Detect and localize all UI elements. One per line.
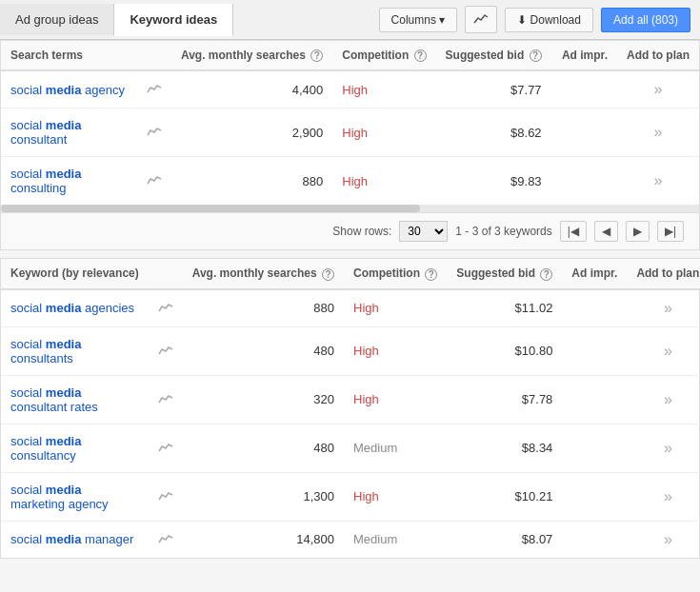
search-terms-searches-header: Avg. monthly searches ? bbox=[171, 41, 332, 70]
ki-competition-value: High bbox=[353, 301, 379, 315]
chart-button[interactable] bbox=[465, 6, 497, 33]
ki-searches-cell: 1,300 bbox=[183, 472, 344, 521]
trend-icon bbox=[158, 301, 173, 313]
ki-addplan-cell: » bbox=[627, 375, 700, 424]
ki-searches-help-icon[interactable]: ? bbox=[322, 268, 334, 281]
keyword-ideas-section: Keyword (by relevance) Avg. monthly sear… bbox=[0, 258, 700, 558]
ki-competition-value: Medium bbox=[353, 441, 397, 455]
st-competition-value: High bbox=[342, 126, 368, 140]
st-add-icon[interactable]: » bbox=[654, 81, 663, 97]
st-add-icon[interactable]: » bbox=[654, 172, 663, 188]
tab-ad-group-ideas[interactable]: Ad group ideas bbox=[0, 4, 114, 35]
ki-searches-cell: 880 bbox=[183, 289, 344, 327]
keyword-ideas-row: social media consultancy 480 Medium $8.3… bbox=[1, 424, 700, 472]
ki-add-icon[interactable]: » bbox=[664, 343, 672, 359]
st-keyword-link[interactable]: social media agency bbox=[10, 83, 125, 97]
show-rows-label: Show rows: bbox=[332, 225, 391, 238]
ki-add-icon[interactable]: » bbox=[664, 440, 672, 456]
trend-icon bbox=[158, 441, 173, 453]
st-adimpr-cell bbox=[551, 70, 617, 109]
ki-adimpr-cell bbox=[562, 521, 627, 558]
search-terms-bid-header: Suggested bid ? bbox=[436, 41, 551, 70]
trend-icon bbox=[158, 532, 173, 544]
keyword-ideas-row: social media consultant rates 320 High $… bbox=[1, 375, 700, 424]
ki-keyword-link[interactable]: social media agencies bbox=[10, 301, 134, 315]
search-terms-row: social media consultant 2,900 High $8.62… bbox=[1, 109, 699, 157]
competition-help-icon[interactable]: ? bbox=[414, 49, 427, 62]
keyword-ideas-addplan-header: Add to plan bbox=[627, 259, 700, 288]
ki-keyword-link[interactable]: social media consultant rates bbox=[10, 385, 98, 414]
st-addplan-cell: » bbox=[617, 109, 699, 157]
ki-competition-value: High bbox=[353, 392, 379, 406]
ki-bid-cell: $8.07 bbox=[447, 521, 562, 558]
scrollbar[interactable] bbox=[1, 205, 699, 212]
ki-competition-cell: Medium bbox=[344, 521, 447, 558]
toolbar: Columns ▾ ⬇ Download Add all (803) bbox=[370, 0, 700, 39]
ki-keyword-cell: social media agencies bbox=[1, 289, 149, 327]
ki-keyword-link[interactable]: social media consultants bbox=[10, 337, 81, 365]
keyword-ideas-table: Keyword (by relevance) Avg. monthly sear… bbox=[1, 259, 700, 557]
ki-chart-cell bbox=[149, 375, 183, 424]
ki-competition-cell: High bbox=[344, 375, 447, 424]
ki-add-icon[interactable]: » bbox=[664, 391, 672, 407]
search-terms-header-row: Search terms Avg. monthly searches ? Com… bbox=[1, 41, 699, 70]
ki-searches-cell: 480 bbox=[183, 326, 344, 375]
ki-keyword-cell: social media manager bbox=[1, 521, 149, 558]
ki-bid-cell: $7.78 bbox=[447, 375, 562, 424]
pagination-next[interactable]: ▶ bbox=[626, 221, 650, 242]
st-keyword-cell: social media consulting bbox=[1, 157, 137, 206]
pagination-first[interactable]: |◀ bbox=[560, 221, 587, 242]
searches-help-icon[interactable]: ? bbox=[310, 49, 323, 62]
keyword-ideas-body: social media agencies 880 High $11.02 » … bbox=[1, 289, 700, 558]
ki-competition-cell: Medium bbox=[344, 424, 447, 472]
st-competition-cell: High bbox=[332, 70, 435, 109]
st-add-icon[interactable]: » bbox=[654, 124, 663, 140]
st-keyword-cell: social media agency bbox=[1, 70, 137, 109]
ki-add-icon[interactable]: » bbox=[664, 488, 672, 504]
ki-add-icon[interactable]: » bbox=[664, 531, 672, 547]
ki-searches-cell: 480 bbox=[183, 424, 344, 472]
pagination-last[interactable]: ▶| bbox=[657, 221, 684, 242]
rows-per-page-select[interactable]: 30 50 100 bbox=[399, 221, 448, 242]
tab-keyword-ideas[interactable]: Keyword ideas bbox=[114, 4, 233, 36]
st-searches-cell: 2,900 bbox=[171, 109, 332, 157]
ki-keyword-link[interactable]: social media marketing agency bbox=[10, 483, 109, 511]
keyword-ideas-row: social media manager 14,800 Medium $8.07… bbox=[1, 521, 700, 558]
ki-bid-help-icon[interactable]: ? bbox=[540, 268, 552, 281]
search-terms-adimpr-header: Ad impr. bbox=[551, 41, 617, 70]
trend-icon bbox=[147, 82, 162, 94]
ki-keyword-link[interactable]: social media consultancy bbox=[10, 434, 81, 463]
st-competition-value: High bbox=[342, 174, 368, 188]
st-keyword-cell: social media consultant bbox=[1, 109, 137, 157]
ki-add-icon[interactable]: » bbox=[664, 300, 672, 316]
ki-competition-value: High bbox=[353, 489, 379, 503]
ki-adimpr-cell bbox=[562, 424, 627, 472]
st-searches-cell: 4,400 bbox=[171, 70, 332, 109]
st-keyword-link[interactable]: social media consultant bbox=[10, 118, 81, 147]
add-all-button[interactable]: Add all (803) bbox=[601, 8, 690, 32]
ki-competition-help-icon[interactable]: ? bbox=[425, 268, 437, 281]
ki-competition-cell: High bbox=[344, 289, 447, 327]
search-terms-table: Search terms Avg. monthly searches ? Com… bbox=[1, 41, 699, 205]
bid-help-icon[interactable]: ? bbox=[530, 49, 542, 62]
ki-keyword-link[interactable]: social media manager bbox=[10, 532, 133, 546]
scrollbar-thumb bbox=[1, 205, 420, 212]
ki-adimpr-cell bbox=[562, 289, 627, 327]
st-bid-cell: $7.77 bbox=[436, 70, 551, 109]
st-adimpr-cell bbox=[551, 157, 617, 206]
ki-addplan-cell: » bbox=[627, 472, 700, 521]
search-terms-body: social media agency 4,400 High $7.77 » s… bbox=[1, 70, 699, 205]
st-bid-cell: $8.62 bbox=[436, 109, 551, 157]
pagination-prev[interactable]: ◀ bbox=[594, 221, 618, 242]
download-button[interactable]: ⬇ Download bbox=[505, 8, 593, 32]
st-keyword-link[interactable]: social media consulting bbox=[10, 167, 81, 195]
search-terms-addplan-header: Add to plan bbox=[617, 41, 699, 70]
st-searches-cell: 880 bbox=[171, 157, 332, 206]
keyword-ideas-bid-header: Suggested bid ? bbox=[447, 259, 562, 288]
ki-addplan-cell: » bbox=[627, 289, 700, 327]
ki-keyword-cell: social media consultants bbox=[1, 326, 149, 375]
keyword-ideas-adimpr-header: Ad impr. bbox=[562, 259, 627, 288]
ki-addplan-cell: » bbox=[627, 326, 700, 375]
columns-button[interactable]: Columns ▾ bbox=[379, 8, 458, 32]
search-terms-pagination: Show rows: 30 50 100 1 - 3 of 3 keywords… bbox=[1, 212, 699, 249]
